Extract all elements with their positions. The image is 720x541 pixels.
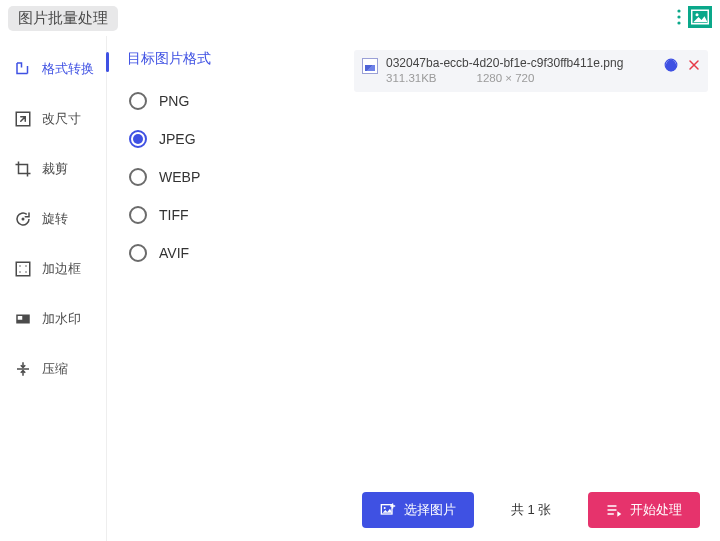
header: 图片批量处理 bbox=[0, 0, 720, 36]
file-name: 032047ba-eccb-4d20-bf1e-c9f30ffb411e.png bbox=[386, 56, 656, 70]
options-panel: 目标图片格式 PNG JPEG WEBP TIFF AVIF bbox=[106, 36, 342, 541]
header-actions bbox=[676, 6, 712, 28]
format-option-png[interactable]: PNG bbox=[123, 82, 324, 120]
format-option-label: TIFF bbox=[159, 207, 189, 223]
sidebar-item-label: 加边框 bbox=[42, 260, 81, 278]
svg-point-4 bbox=[696, 13, 699, 16]
app-title: 图片批量处理 bbox=[8, 6, 118, 31]
svg-point-2 bbox=[677, 21, 680, 24]
svg-point-6 bbox=[22, 218, 25, 221]
sidebar-item-border[interactable]: 加边框 bbox=[0, 250, 106, 288]
resize-icon bbox=[14, 110, 32, 128]
file-thumb-icon bbox=[362, 58, 378, 74]
format-option-jpeg[interactable]: JPEG bbox=[123, 120, 324, 158]
sidebar-item-format[interactable]: 格式转换 bbox=[0, 50, 106, 88]
radio-icon bbox=[129, 244, 147, 262]
sidebar: 格式转换 改尺寸 裁剪 旋转 加边框 bbox=[0, 36, 106, 541]
file-dimensions: 1280 × 720 bbox=[477, 72, 535, 84]
file-row[interactable]: 032047ba-eccb-4d20-bf1e-c9f30ffb411e.png… bbox=[354, 50, 708, 92]
svg-point-16 bbox=[384, 507, 386, 509]
sidebar-item-label: 压缩 bbox=[42, 360, 68, 378]
file-size: 311.31KB bbox=[386, 72, 437, 84]
main: 格式转换 改尺寸 裁剪 旋转 加边框 bbox=[0, 36, 720, 541]
svg-point-8 bbox=[19, 265, 21, 267]
options-title: 目标图片格式 bbox=[123, 50, 324, 68]
border-icon bbox=[14, 260, 32, 278]
compress-icon bbox=[14, 360, 32, 378]
format-icon bbox=[14, 60, 32, 78]
sidebar-item-resize[interactable]: 改尺寸 bbox=[0, 100, 106, 138]
rotate-icon bbox=[14, 210, 32, 228]
file-meta: 311.31KB 1280 × 720 bbox=[386, 72, 656, 84]
svg-point-0 bbox=[677, 9, 680, 12]
svg-rect-13 bbox=[18, 316, 23, 320]
watermark-icon bbox=[14, 310, 32, 328]
file-info: 032047ba-eccb-4d20-bf1e-c9f30ffb411e.png… bbox=[386, 56, 656, 84]
svg-point-9 bbox=[25, 265, 27, 267]
sidebar-item-label: 旋转 bbox=[42, 210, 68, 228]
remove-icon[interactable] bbox=[688, 59, 700, 71]
button-label: 开始处理 bbox=[630, 501, 682, 519]
select-images-button[interactable]: 选择图片 bbox=[362, 492, 474, 528]
format-option-tiff[interactable]: TIFF bbox=[123, 196, 324, 234]
sidebar-item-compress[interactable]: 压缩 bbox=[0, 350, 106, 388]
bottom-bar: 选择图片 共 1 张 开始处理 bbox=[354, 489, 708, 541]
svg-rect-7 bbox=[16, 262, 30, 276]
more-icon[interactable] bbox=[676, 8, 682, 26]
radio-icon bbox=[129, 168, 147, 186]
sidebar-item-rotate[interactable]: 旋转 bbox=[0, 200, 106, 238]
format-option-avif[interactable]: AVIF bbox=[123, 234, 324, 272]
file-list: 032047ba-eccb-4d20-bf1e-c9f30ffb411e.png… bbox=[354, 50, 708, 489]
format-option-label: WEBP bbox=[159, 169, 200, 185]
sidebar-item-crop[interactable]: 裁剪 bbox=[0, 150, 106, 188]
preview-icon[interactable] bbox=[664, 58, 678, 72]
format-option-webp[interactable]: WEBP bbox=[123, 158, 324, 196]
svg-point-11 bbox=[25, 271, 27, 273]
button-label: 选择图片 bbox=[404, 501, 456, 519]
sidebar-item-label: 格式转换 bbox=[42, 60, 94, 78]
crop-icon bbox=[14, 160, 32, 178]
radio-icon bbox=[129, 130, 147, 148]
format-option-label: JPEG bbox=[159, 131, 196, 147]
sidebar-item-label: 加水印 bbox=[42, 310, 81, 328]
file-actions bbox=[664, 58, 700, 72]
format-option-label: AVIF bbox=[159, 245, 189, 261]
play-list-icon bbox=[606, 502, 622, 518]
sidebar-item-label: 改尺寸 bbox=[42, 110, 81, 128]
svg-point-1 bbox=[677, 15, 680, 18]
start-process-button[interactable]: 开始处理 bbox=[588, 492, 700, 528]
radio-icon bbox=[129, 206, 147, 224]
sidebar-item-label: 裁剪 bbox=[42, 160, 68, 178]
svg-point-10 bbox=[19, 271, 21, 273]
sidebar-item-watermark[interactable]: 加水印 bbox=[0, 300, 106, 338]
radio-icon bbox=[129, 92, 147, 110]
format-option-label: PNG bbox=[159, 93, 189, 109]
image-icon[interactable] bbox=[688, 6, 712, 28]
file-panel: 032047ba-eccb-4d20-bf1e-c9f30ffb411e.png… bbox=[342, 36, 720, 541]
add-image-icon bbox=[380, 502, 396, 518]
file-count: 共 1 张 bbox=[486, 501, 576, 519]
